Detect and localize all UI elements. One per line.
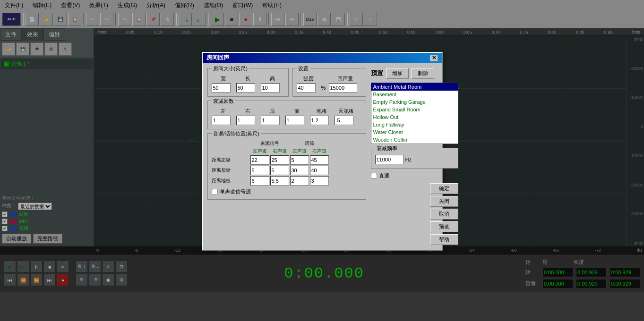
atten-back-input[interactable] (261, 116, 280, 125)
atten-back-label: 后 (261, 108, 284, 115)
src-left-ch: 左声道 (250, 148, 269, 154)
freq-input[interactable] (375, 155, 404, 164)
dialog-title: 房间回声 (206, 54, 229, 62)
dialog-left: 房间大小(英尺) 宽 长 高 设置 (207, 68, 366, 245)
src-floor-r-input[interactable] (270, 176, 289, 186)
direct-checkbox[interactable] (371, 173, 377, 179)
settings-grid: 强度 回声量 % (297, 75, 362, 93)
source-grid: 来源信号 话筒 左声道 右声道 左声道 右声道 距离左墙 (212, 140, 362, 186)
action-buttons: 确定 关闭 取消 预览 帮助 (371, 183, 458, 245)
source-label: 音源/话筒位置(英尺) (212, 130, 261, 137)
freq-decay-label: 衰减频率 (375, 145, 399, 152)
atten-floor-input[interactable] (310, 116, 329, 125)
preset-item-3[interactable]: Expand Small Room (371, 106, 458, 113)
freq-decay-group: 衰减频率 Hz (371, 148, 458, 169)
preset-item-5[interactable]: Long Hallway (371, 121, 458, 128)
src-floor-l-input[interactable] (250, 176, 269, 186)
cancel-btn[interactable]: 取消 (430, 209, 458, 220)
strength-col-label: 强度 (297, 75, 320, 82)
room-size-grid: 宽 长 高 (212, 75, 284, 93)
settings-label: 设置 (297, 65, 310, 72)
dist-floor-label: 距离地板 (212, 177, 249, 184)
source-signal-header: 来源信号 (250, 140, 289, 147)
preset-item-4[interactable]: Hollow Out (371, 113, 458, 121)
dialog-titlebar: 房间回声 ✕ (203, 53, 442, 63)
atten-front-label: 前 (285, 108, 309, 115)
height-input[interactable] (261, 83, 280, 93)
atten-ceiling-label: 天花板 (335, 108, 358, 115)
atten-floor-label: 地板 (310, 108, 334, 115)
mono-row: 单声道信号源 (212, 188, 362, 195)
room-settings-row: 房间大小(英尺) 宽 长 高 设置 (207, 68, 366, 97)
mic-header: 话筒 (290, 140, 329, 147)
atten-ceiling-input[interactable] (335, 116, 353, 125)
reverb-input[interactable] (329, 83, 357, 93)
mic-left-l-input[interactable] (290, 155, 309, 165)
direct-row: 直通 (371, 172, 458, 179)
settings-group: 设置 强度 回声量 % (292, 68, 366, 97)
mic-left-ch: 左声道 (290, 148, 309, 154)
freq-unit-label: Hz (405, 157, 412, 162)
dialog-close-btn[interactable]: ✕ (430, 55, 438, 61)
preset-label: 预置 (371, 69, 383, 77)
freq-decay-row: Hz (375, 155, 454, 164)
room-size-group: 房间大小(英尺) 宽 长 高 (207, 68, 289, 97)
modal-overlay: 房间回声 ✕ 房间大小(英尺) 宽 长 高 (0, 0, 644, 321)
dist-left-label: 距离左墙 (212, 157, 249, 163)
width-input[interactable] (212, 83, 231, 93)
length-input[interactable] (236, 83, 255, 93)
mono-label: 单声道信号源 (220, 188, 251, 195)
room-reverb-dialog: 房间回声 ✕ 房间大小(英尺) 宽 长 高 (202, 52, 443, 251)
mic-back-r-input[interactable] (310, 166, 329, 175)
close-btn[interactable]: 关闭 (430, 196, 458, 207)
source-group: 音源/话筒位置(英尺) 来源信号 话筒 左声道 右声道 左声道 右声道 (207, 133, 366, 200)
src-left-r-input[interactable] (270, 155, 289, 165)
dialog-right: 预置 增加 删除 Ambient Metal Room Basement Emp… (371, 68, 458, 245)
src-right-ch: 右声道 (270, 148, 289, 154)
strength-input[interactable] (297, 83, 316, 93)
dialog-main-row: 房间大小(英尺) 宽 长 高 设置 (207, 68, 437, 245)
preset-listbox[interactable]: Ambient Metal Room Basement Empty Parkin… (371, 83, 458, 144)
mono-checkbox[interactable] (212, 189, 218, 195)
attenuation-group: 衰减因数 左 右 后 前 地板 天花板 (207, 101, 366, 129)
atten-right-label: 右 (236, 108, 260, 115)
preset-item-6[interactable]: Water Closet (371, 128, 458, 136)
mic-floor-r-input[interactable] (310, 176, 329, 186)
src-back-l-input[interactable] (250, 166, 269, 175)
attenuation-grid: 左 右 后 前 地板 天花板 (212, 108, 362, 125)
src-left-l-input[interactable] (250, 155, 269, 165)
help-btn[interactable]: 帮助 (430, 234, 458, 245)
length-col-label: 长 (236, 75, 260, 82)
mic-left-r-input[interactable] (310, 155, 329, 165)
mono-checkbox-label[interactable]: 单声道信号源 (212, 188, 362, 195)
preview-btn[interactable]: 预览 (430, 221, 458, 232)
preset-item-7[interactable]: Wooden Coffin (371, 136, 458, 144)
preset-item-2[interactable]: Empty Parking Garage (371, 98, 458, 106)
height-col-label: 高 (261, 75, 284, 82)
reverb-col-label: 回声量 (329, 75, 362, 82)
attenuation-label: 衰减因数 (212, 98, 235, 105)
preset-item-1[interactable]: Basement (371, 91, 458, 98)
mic-floor-l-input[interactable] (290, 176, 309, 186)
ok-btn[interactable]: 确定 (430, 183, 458, 194)
preset-item-0[interactable]: Ambient Metal Room (371, 83, 458, 91)
add-preset-btn[interactable]: 增加 (386, 68, 409, 79)
atten-front-input[interactable] (285, 116, 304, 125)
atten-left-input[interactable] (212, 116, 231, 125)
mic-right-ch: 右声道 (310, 148, 329, 154)
percent-label: % (321, 85, 328, 91)
dist-back-label: 距离后墙 (212, 167, 249, 174)
src-back-r-input[interactable] (270, 166, 289, 175)
width-col-label: 宽 (212, 75, 235, 82)
direct-label: 直通 (379, 172, 389, 179)
dialog-body: 房间大小(英尺) 宽 长 高 设置 (203, 63, 442, 250)
room-size-label: 房间大小(英尺) (212, 65, 249, 72)
mic-back-l-input[interactable] (290, 166, 309, 175)
atten-left-label: 左 (212, 108, 235, 115)
delete-preset-btn[interactable]: 删除 (412, 68, 434, 79)
atten-right-input[interactable] (236, 116, 255, 125)
preset-header-row: 预置 增加 删除 (371, 68, 458, 79)
